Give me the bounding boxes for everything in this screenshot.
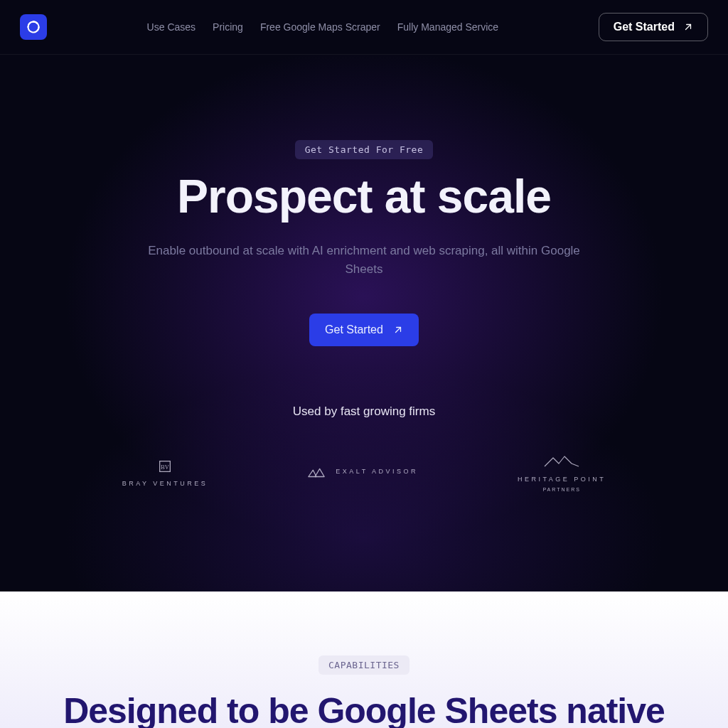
hero-get-started-button[interactable]: Get Started (309, 314, 419, 346)
firm-name: HERITAGE POINT (518, 476, 606, 483)
svg-line-1 (395, 327, 400, 332)
nav-cta-label: Get Started (614, 21, 675, 33)
firm-logo-icon (540, 453, 583, 471)
capabilities-pill: CAPABILITIES (318, 655, 410, 675)
svg-text:BV: BV (161, 464, 169, 471)
nav-link-use-cases[interactable]: Use Cases (147, 21, 196, 33)
nav-links: Use Cases Pricing Free Google Maps Scrap… (147, 21, 499, 33)
firm-logo-icon (307, 463, 326, 481)
firm-sub: PARTNERS (542, 487, 580, 492)
capabilities-title: Designed to be Google Sheets native (28, 690, 700, 728)
firms-row: BV BRAY VENTURES EXALT ADVISOR (28, 453, 700, 492)
hero-cta-label: Get Started (325, 323, 383, 336)
firm-logo-icon: BV (149, 457, 181, 476)
firm-name: EXALT ADVISOR (336, 467, 418, 477)
arrow-up-right-icon (683, 22, 693, 32)
firm-exalt-advisor: EXALT ADVISOR (307, 463, 418, 481)
nav-link-managed-service[interactable]: Fully Managed Service (397, 21, 498, 33)
used-by-heading: Used by fast growing firms (28, 405, 700, 419)
hero-subtitle: Enable outbound at scale with AI enrichm… (144, 242, 584, 279)
nav-link-maps-scraper[interactable]: Free Google Maps Scraper (260, 21, 380, 33)
svg-line-0 (686, 25, 691, 30)
firm-name: BRAY VENTURES (122, 480, 208, 487)
firm-heritage-point: HERITAGE POINT PARTNERS (518, 453, 606, 492)
hero-title: Prospect at scale (28, 169, 700, 223)
logo[interactable] (20, 14, 47, 40)
nav-get-started-button[interactable]: Get Started (599, 13, 708, 41)
firm-bray-ventures: BV BRAY VENTURES (122, 457, 208, 487)
nav-link-pricing[interactable]: Pricing (213, 21, 243, 33)
arrow-up-right-icon (393, 325, 403, 335)
firm-name-text: EXALT ADVISOR (336, 467, 418, 477)
hero-section: Get Started For Free Prospect at scale E… (0, 55, 728, 592)
top-nav: Use Cases Pricing Free Google Maps Scrap… (0, 0, 728, 55)
capabilities-section: CAPABILITIES Designed to be Google Sheet… (0, 592, 728, 728)
hero-pill: Get Started For Free (295, 140, 434, 159)
